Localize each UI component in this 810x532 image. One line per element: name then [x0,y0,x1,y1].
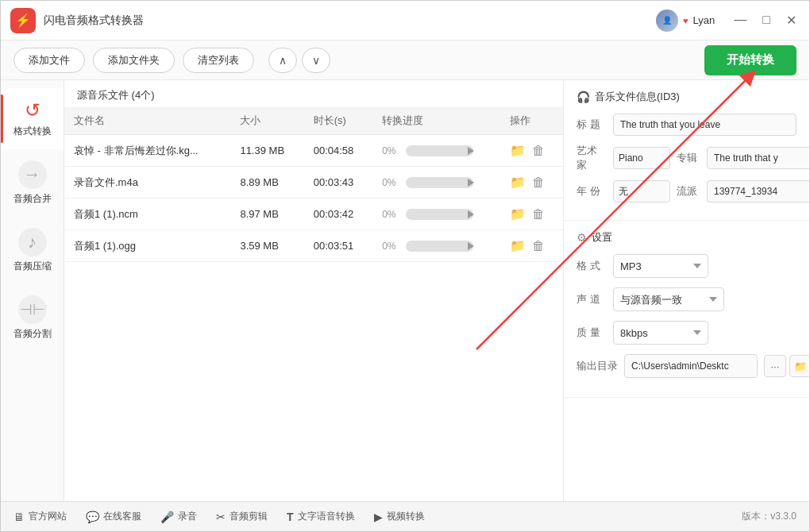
file-progress-cell: 0% [372,167,500,199]
add-file-button[interactable]: 添加文件 [14,48,85,73]
delete-icon[interactable]: 🗑 [532,207,545,222]
table-row: 音频1 (1).ncm 8.97 MB 00:03:42 0% 📁 🗑 [64,199,563,230]
sidebar-label-compress: 音频压缩 [14,260,52,273]
close-button[interactable]: ✕ [783,11,800,29]
file-progress-cell: 0% [372,199,500,230]
footer: 🖥 官方网站 💬 在线客服 🎤 录音 ✂ 音频剪辑 T 文字语音转换 ▶ 视频转… [1,501,809,531]
id3-year-input[interactable] [613,180,670,202]
settings-section: ⚙ 设置 格 式 MP3 AAC FLAC WAV 声 道 与源音频一致 [564,221,809,398]
file-duration-cell: 00:04:58 [304,135,372,167]
username: Lyan [693,14,716,26]
app-title: 闪电音频格式转换器 [44,13,656,28]
footer-record[interactable]: 🎤 录音 [160,510,197,523]
footer-record-label: 录音 [178,510,197,523]
id3-genre-input[interactable] [707,180,809,202]
output-path-input[interactable] [624,354,758,378]
col-header-duration: 时长(s) [304,107,372,135]
folder-icon[interactable]: 📁 [510,175,526,190]
delete-icon[interactable]: 🗑 [532,239,545,253]
id3-year-row: 年 份 流派 [577,180,796,202]
settings-section-title: ⚙ 设置 [577,230,796,245]
channel-row: 声 道 与源音频一致 立体声 单声道 [577,287,796,311]
quality-select[interactable]: 8kbps 128kbps 192kbps 320kbps [613,321,708,345]
file-table: 文件名 大小 时长(s) 转换进度 操作 哀悼 - 非常后悔差过你.kg... … [64,107,563,262]
right-panel: 🎧 音乐文件信息(ID3) 标 题 艺术家 专辑 年 份 流派 [563,80,809,501]
file-progress-cell: 0% [372,230,500,262]
file-name-cell: 录音文件.m4a [64,167,230,199]
sidebar-label-split: 音频分割 [14,327,52,341]
file-size-cell: 11.39 MB [230,135,303,167]
version-label: 版本：v3.3.0 [742,510,796,523]
output-folder-btn[interactable]: 📁 [789,355,809,377]
move-up-button[interactable]: ∧ [268,48,297,73]
edit-icon: ✂ [216,511,226,523]
file-action-cell: 📁 🗑 [500,135,563,167]
file-action-cell: 📁 🗑 [500,167,563,199]
format-select[interactable]: MP3 AAC FLAC WAV [613,254,708,278]
sidebar-label-merge: 音频合并 [14,192,52,206]
user-info: 👤 ♥ Lyan [656,10,715,32]
app-logo: ⚡ [10,8,36,33]
footer-edit-label: 音频剪辑 [230,510,268,523]
table-row: 录音文件.m4a 8.89 MB 00:03:43 0% 📁 🗑 [64,167,563,199]
folder-icon[interactable]: 📁 [510,206,526,222]
audio-compress-icon: ♪ [18,228,47,256]
file-list-header: 源音乐文件 (4个) [64,80,563,107]
tts-icon: T [287,511,294,523]
id3-album-label: 专辑 [677,151,700,165]
file-name-cell: 哀悼 - 非常后悔差过你.kg... [64,135,230,167]
file-duration-cell: 00:03:51 [304,230,372,262]
channel-select[interactable]: 与源音频一致 立体声 单声道 [613,287,724,311]
sidebar-item-split[interactable]: ⊣⊢ 音频分割 [1,284,64,352]
website-icon: 🖥 [14,511,25,523]
minimize-button[interactable]: — [731,11,750,29]
folder-icon[interactable]: 📁 [510,143,526,158]
sidebar-item-merge[interactable]: → 音频合并 [1,149,64,217]
footer-website[interactable]: 🖥 官方网站 [14,510,67,523]
col-header-action: 操作 [500,107,563,135]
footer-video-label: 视频转换 [387,510,425,523]
support-icon: 💬 [86,511,99,523]
id3-title-label: 标 题 [577,118,607,132]
avatar: 👤 [656,10,678,32]
delete-icon[interactable]: 🗑 [532,175,545,190]
footer-website-label: 官方网站 [29,510,67,523]
maximize-button[interactable]: □ [759,11,773,29]
file-size-cell: 3.59 MB [230,230,303,262]
file-size-cell: 8.89 MB [230,167,303,199]
footer-video[interactable]: ▶ 视频转换 [374,510,425,523]
output-row: 输出目录 ··· 📁 [577,354,796,378]
id3-genre-label: 流派 [677,184,700,199]
id3-artist-row: 艺术家 专辑 [577,144,796,172]
col-header-progress: 转换进度 [372,107,500,135]
format-label: 格 式 [577,259,607,273]
file-progress-cell: 0% [372,135,500,167]
id3-artist-label: 艺术家 [577,144,607,172]
id3-title-input[interactable] [613,114,796,136]
file-action-cell: 📁 🗑 [500,199,563,230]
file-size-cell: 8.97 MB [230,199,303,230]
audio-split-icon: ⊣⊢ [18,295,47,324]
delete-icon[interactable]: 🗑 [532,144,545,158]
id3-artist-input[interactable] [613,147,670,169]
sidebar-item-format[interactable]: ↺ 格式转换 [1,88,64,149]
headphone-icon: 🎧 [577,91,590,103]
move-down-button[interactable]: ∨ [302,48,330,73]
sidebar-item-compress[interactable]: ♪ 音频压缩 [1,217,64,284]
add-folder-button[interactable]: 添加文件夹 [93,48,175,73]
folder-icon[interactable]: 📁 [510,238,526,253]
clear-list-button[interactable]: 清空列表 [183,48,254,73]
gear-icon: ⚙ [577,231,587,244]
channel-label: 声 道 [577,292,607,306]
id3-album-input[interactable] [707,147,809,169]
footer-tts[interactable]: T 文字语音转换 [287,510,355,523]
file-name-cell: 音频1 (1).ncm [64,199,230,230]
footer-support[interactable]: 💬 在线客服 [86,510,141,523]
footer-edit[interactable]: ✂ 音频剪辑 [216,510,268,523]
start-convert-button[interactable]: 开始转换 [704,45,796,75]
footer-support-label: 在线客服 [103,510,141,523]
audio-merge-icon: → [18,160,47,189]
output-browse-btn[interactable]: ··· [764,355,786,377]
quality-label: 质 量 [577,326,607,340]
format-convert-icon: ↺ [25,99,40,121]
